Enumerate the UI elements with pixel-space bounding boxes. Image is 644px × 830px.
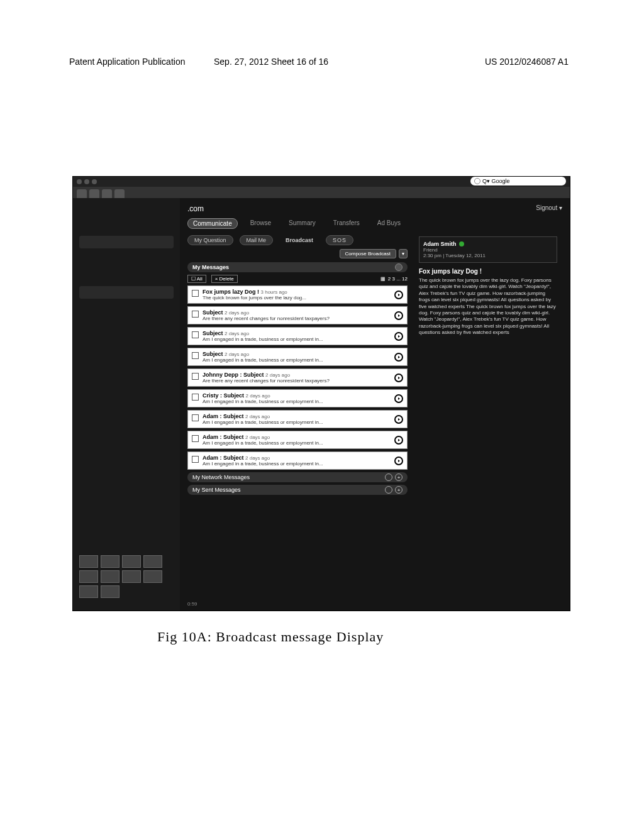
- flag-icon[interactable]: [101, 570, 119, 583]
- play-icon[interactable]: [394, 311, 403, 320]
- select-all-checkbox[interactable]: ☐ All: [187, 275, 206, 283]
- site-domain: .com: [187, 204, 204, 213]
- play-icon[interactable]: [394, 353, 403, 362]
- sidebar-item[interactable]: [79, 286, 174, 299]
- row-checkbox[interactable]: [192, 414, 199, 421]
- traffic-light-max-icon[interactable]: [92, 179, 97, 184]
- row-checkbox[interactable]: [192, 394, 199, 401]
- row-checkbox[interactable]: [192, 456, 199, 463]
- row-checkbox[interactable]: [192, 435, 199, 442]
- row-checkbox[interactable]: [192, 352, 199, 359]
- flag-icon[interactable]: [79, 555, 98, 568]
- figure-caption: Fig 10A: Broadcast message Display: [157, 629, 384, 645]
- detail-body: The quick brown fox jumps over the lazy …: [419, 277, 557, 336]
- message-timestamp: 2:30 pm | Tuesday 12, 2011: [423, 253, 553, 258]
- message-row[interactable]: Subject 2 days agoAm I engaged in a trad…: [187, 348, 408, 366]
- row-checkbox[interactable]: [192, 311, 199, 318]
- browser-tab[interactable]: [102, 189, 112, 198]
- browser-tab[interactable]: [89, 189, 99, 198]
- flag-icon[interactable]: [122, 555, 141, 568]
- status-bar: 0:59: [187, 601, 562, 607]
- nav-communicate[interactable]: Communicate: [187, 218, 238, 229]
- message-row[interactable]: Cristy : Subject 2 days agoAm I engaged …: [187, 389, 408, 407]
- window-titlebar: Q▾ Google: [73, 177, 570, 187]
- sidebar-flag-grid: [79, 555, 180, 598]
- flag-icon[interactable]: [143, 555, 162, 568]
- compose-broadcast-button[interactable]: Compose Broadcast: [340, 249, 396, 258]
- traffic-light-min-icon[interactable]: [84, 179, 89, 184]
- flag-icon[interactable]: [143, 570, 162, 583]
- search-placeholder: Google: [492, 178, 510, 184]
- traffic-light-close-icon[interactable]: [77, 179, 82, 184]
- expand-icon[interactable]: +: [395, 473, 402, 481]
- pub-header-left: Patent Application Publication: [69, 57, 185, 67]
- message-row[interactable]: Subject 2 days agoAm I engaged in a trad…: [187, 327, 408, 345]
- message-row[interactable]: Adam : Subject 2 days agoAm I engaged in…: [187, 451, 408, 470]
- flag-icon[interactable]: [79, 585, 98, 598]
- browser-tab[interactable]: [77, 189, 87, 198]
- sidebar-item[interactable]: [79, 236, 174, 248]
- row-checkbox[interactable]: [192, 290, 199, 297]
- tab-mail-me[interactable]: Mail Me: [240, 235, 274, 245]
- section-label: My Network Messages: [192, 474, 250, 480]
- play-icon[interactable]: [394, 456, 403, 465]
- pub-header-right: US 2012/0246087 A1: [485, 57, 569, 67]
- search-icon[interactable]: [395, 263, 402, 271]
- primary-nav: Communicate Browse Summary Transfers Ad …: [187, 218, 562, 229]
- nav-transfers[interactable]: Transfers: [328, 218, 365, 229]
- play-icon[interactable]: [394, 332, 403, 341]
- browser-search-input[interactable]: Q▾ Google: [470, 177, 566, 185]
- row-checkbox[interactable]: [192, 331, 199, 338]
- flag-icon[interactable]: [122, 570, 141, 583]
- sender-card: Adam Smith Friend 2:30 pm | Tuesday 12, …: [419, 236, 557, 263]
- message-row[interactable]: Subject 2 days agoAre there any recent c…: [187, 306, 408, 324]
- message-row[interactable]: Adam : Subject 2 days agoAm I engaged in…: [187, 431, 408, 449]
- message-row[interactable]: Johnny Depp : Subject 2 days agoAre ther…: [187, 368, 408, 387]
- status-left: 0:59: [187, 601, 197, 607]
- tab-my-question[interactable]: My Question: [187, 235, 233, 245]
- sender-name: Adam Smith: [423, 241, 457, 247]
- nav-summary[interactable]: Summary: [284, 218, 321, 229]
- play-icon[interactable]: [394, 290, 403, 299]
- message-row[interactable]: Adam : Subject 2 days agoAm I engaged in…: [187, 410, 408, 428]
- main-column: .com Signout ▾ Communicate Browse Summar…: [180, 198, 570, 611]
- pub-header-center: Sep. 27, 2012 Sheet 16 of 16: [214, 57, 328, 67]
- play-icon[interactable]: [394, 374, 403, 382]
- tab-broadcast[interactable]: Broadcast: [279, 236, 319, 245]
- tab-sos[interactable]: SOS: [326, 235, 353, 245]
- signout-link[interactable]: Signout ▾: [536, 204, 562, 213]
- online-status-icon: [459, 241, 464, 246]
- section-my-messages[interactable]: My Messages: [187, 262, 408, 272]
- play-icon[interactable]: [394, 415, 403, 424]
- list-view-icon[interactable]: ▦: [380, 276, 386, 282]
- nav-browse[interactable]: Browse: [245, 218, 276, 229]
- section-label: My Messages: [192, 264, 229, 270]
- play-icon[interactable]: [394, 436, 403, 445]
- row-checkbox[interactable]: [192, 373, 199, 380]
- play-icon[interactable]: [394, 394, 403, 403]
- compose-dropdown-icon[interactable]: ▾: [399, 249, 408, 258]
- pager[interactable]: 2 3 ... 12: [388, 276, 408, 282]
- flag-icon[interactable]: [79, 570, 98, 583]
- section-my-sent-messages[interactable]: My Sent Messages +: [187, 485, 408, 495]
- flag-icon[interactable]: [101, 555, 119, 568]
- app-screenshot: Q▾ Google: [72, 176, 570, 611]
- flag-icon[interactable]: [101, 585, 119, 598]
- section-label: My Sent Messages: [192, 487, 241, 493]
- sender-relation: Friend: [423, 247, 553, 253]
- detail-title: Fox jumps lazy Dog !: [419, 268, 557, 275]
- nav-adbuys[interactable]: Ad Buys: [372, 218, 406, 229]
- browser-tab[interactable]: [114, 189, 125, 198]
- search-icon[interactable]: [385, 486, 392, 494]
- section-my-network-messages[interactable]: My Network Messages +: [187, 472, 408, 482]
- search-prefix: Q▾: [482, 178, 490, 184]
- expand-icon[interactable]: +: [395, 486, 402, 494]
- comm-subtabs: My Question Mail Me Broadcast SOS: [187, 235, 408, 245]
- message-row[interactable]: Fox jumps lazy Dog ! 3 hours agoThe quic…: [187, 285, 408, 304]
- detail-panel: Adam Smith Friend 2:30 pm | Tuesday 12, …: [414, 231, 562, 495]
- list-controls: ☐ All × Delete ▦ 2 3 ... 12: [187, 275, 408, 283]
- left-sidebar: [73, 198, 180, 611]
- delete-button[interactable]: × Delete: [211, 275, 238, 283]
- search-icon[interactable]: [385, 473, 392, 481]
- browser-tabs: [73, 187, 570, 198]
